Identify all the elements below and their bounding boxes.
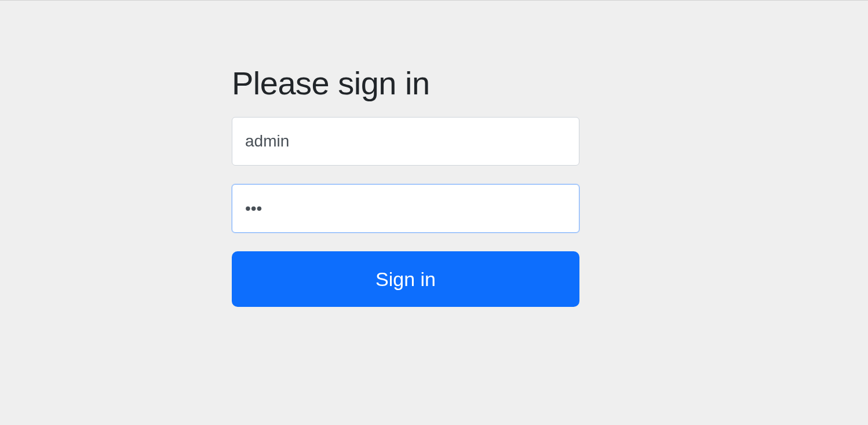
signin-button[interactable]: Sign in xyxy=(232,251,579,307)
password-input[interactable] xyxy=(232,184,579,233)
signin-heading: Please sign in xyxy=(232,64,579,102)
username-input[interactable] xyxy=(232,117,579,166)
signin-form-container: Please sign in Sign in xyxy=(232,64,579,307)
